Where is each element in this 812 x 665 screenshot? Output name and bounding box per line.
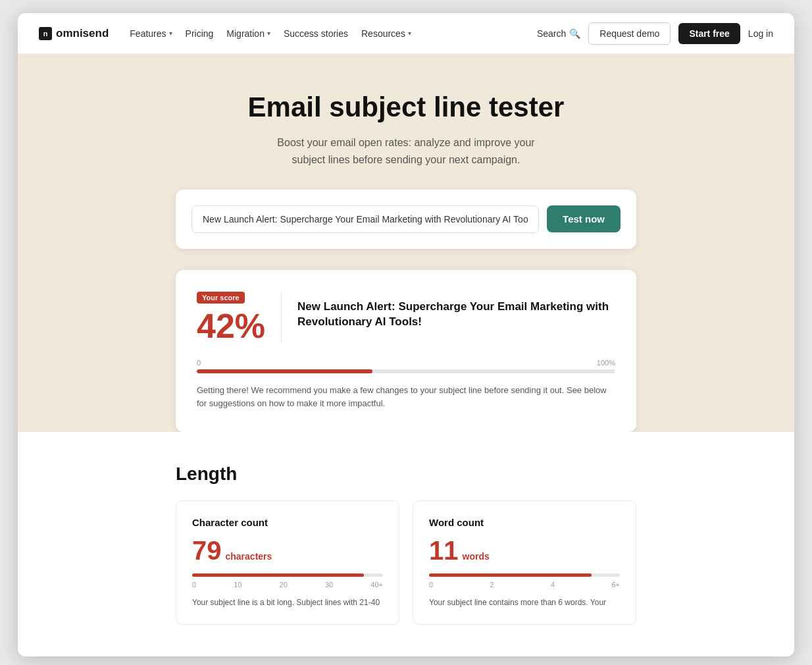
character-count-unit: characters <box>226 551 272 562</box>
word-count-value-row: 11 words <box>429 536 620 566</box>
main-content: Length Character count 79 characters 0 1… <box>18 432 794 656</box>
results-panel: Your score 42% New Launch Alert: Superch… <box>176 270 636 433</box>
results-description: Getting there! We recommend you make a f… <box>197 384 615 412</box>
progress-track <box>197 369 615 373</box>
page-title: Email subject line tester <box>39 91 773 124</box>
browser-window: n omnisend Features ▾ Pricing Migration … <box>18 13 794 656</box>
test-now-button[interactable]: Test now <box>547 205 621 232</box>
word-progress-fill <box>429 573 592 577</box>
start-free-button[interactable]: Start free <box>678 23 740 44</box>
score-label-badge: Your score <box>197 292 245 304</box>
progress-labels: 0 100% <box>197 359 615 367</box>
word-count-title: Word count <box>429 517 620 528</box>
nav-success-stories[interactable]: Success stories <box>284 28 348 39</box>
nav-resources[interactable]: Resources ▾ <box>361 28 411 39</box>
character-count-value-row: 79 characters <box>192 536 383 566</box>
logo-icon: n <box>39 27 52 40</box>
subject-line-tester-box: Test now <box>176 190 636 249</box>
nav-features[interactable]: Features ▾ <box>130 28 172 39</box>
character-progress-fill <box>192 573 364 577</box>
character-axis: 0 10 20 30 40+ <box>192 581 383 589</box>
brand-name: omnisend <box>56 27 109 40</box>
character-count-title: Character count <box>192 517 383 528</box>
character-count-card: Character count 79 characters 0 10 20 30… <box>176 500 399 625</box>
features-chevron-icon: ▾ <box>169 30 172 37</box>
search-icon: 🔍 <box>569 28 580 39</box>
nav-pricing[interactable]: Pricing <box>186 28 214 39</box>
score-value: 42% <box>197 309 265 343</box>
login-button[interactable]: Log in <box>748 28 773 39</box>
resources-chevron-icon: ▾ <box>408 30 411 37</box>
score-progress-bar: 0 100% <box>197 359 615 373</box>
length-section-title: Length <box>176 464 636 485</box>
navbar: n omnisend Features ▾ Pricing Migration … <box>18 13 794 54</box>
character-description: Your subject line is a bit long. Subject… <box>192 597 383 608</box>
word-count-number: 11 <box>429 536 459 566</box>
brand-logo[interactable]: n omnisend <box>39 27 109 40</box>
search-button[interactable]: Search 🔍 <box>537 28 580 39</box>
progress-min: 0 <box>197 359 201 367</box>
nav-actions: Search 🔍 Request demo Start free Log in <box>537 22 773 45</box>
progress-max: 100% <box>597 359 615 367</box>
progress-fill <box>197 369 372 373</box>
score-row: Your score 42% New Launch Alert: Superch… <box>197 291 615 343</box>
migration-chevron-icon: ▾ <box>267 30 270 37</box>
character-progress-track <box>192 573 383 577</box>
character-count-number: 79 <box>192 536 222 566</box>
word-axis: 0 2 4 6+ <box>429 581 620 589</box>
subject-preview: New Launch Alert: Supercharge Your Email… <box>297 291 615 331</box>
word-description: Your subject line contains more than 6 w… <box>429 597 620 608</box>
word-progress-track <box>429 573 620 577</box>
word-count-card: Word count 11 words 0 2 4 6+ Your subjec… <box>413 500 636 625</box>
search-row: Test now <box>191 205 621 233</box>
hero-section: Email subject line tester Boost your ema… <box>18 54 794 432</box>
word-count-unit: words <box>463 551 490 562</box>
request-demo-button[interactable]: Request demo <box>588 22 671 45</box>
nav-links: Features ▾ Pricing Migration ▾ Success s… <box>130 28 521 39</box>
nav-migration[interactable]: Migration ▾ <box>226 28 270 39</box>
subject-line-input[interactable] <box>191 205 539 233</box>
hero-subtitle: Boost your email open rates: analyze and… <box>268 134 544 168</box>
length-cards-row: Character count 79 characters 0 10 20 30… <box>176 500 636 625</box>
score-section: Your score 42% <box>197 291 282 343</box>
